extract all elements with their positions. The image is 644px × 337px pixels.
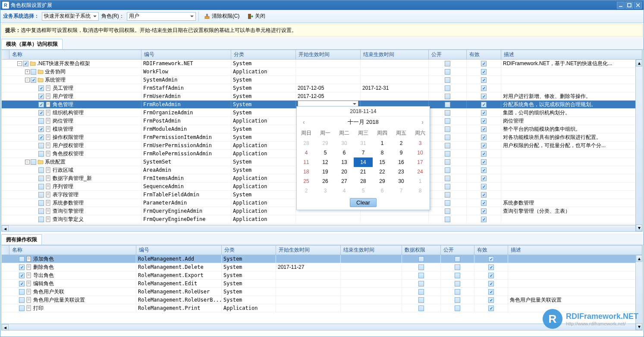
checkbox[interactable] <box>445 77 450 83</box>
col2-end[interactable]: 结束生效时间 <box>341 246 402 255</box>
cell-end[interactable] <box>341 288 402 296</box>
calendar-day[interactable]: 26 <box>316 176 335 186</box>
checkbox[interactable] <box>445 200 450 206</box>
calendar-day[interactable]: 24 <box>411 167 430 176</box>
checkbox[interactable] <box>481 110 487 116</box>
checkbox[interactable] <box>38 167 44 173</box>
checkbox[interactable] <box>481 69 487 75</box>
checkbox[interactable] <box>19 297 25 303</box>
table-row[interactable]: −系统管理 SystemAdmin System <box>2 76 642 84</box>
calendar-day[interactable]: 7 <box>392 186 411 195</box>
checkbox[interactable] <box>38 85 44 91</box>
cell-end[interactable] <box>341 280 402 287</box>
maximize-button[interactable] <box>625 2 633 9</box>
checkbox[interactable] <box>445 110 450 116</box>
checkbox[interactable] <box>481 135 487 140</box>
checkbox[interactable] <box>481 151 487 157</box>
calendar-day[interactable]: 20 <box>335 167 354 176</box>
calendar-day[interactable]: 29 <box>373 176 392 186</box>
col2-start[interactable]: 开始生效时间 <box>276 246 341 255</box>
table-row[interactable]: 删除角色 RoleManagement.Delete System 2017-1… <box>2 263 642 271</box>
checkbox[interactable] <box>481 85 487 91</box>
checkbox[interactable] <box>455 273 460 278</box>
checkbox[interactable] <box>38 184 44 189</box>
checkbox[interactable] <box>445 135 450 140</box>
calendar-day[interactable]: 9 <box>392 148 411 157</box>
col2-desc[interactable]: 描述 <box>508 246 642 255</box>
calendar-day[interactable]: 23 <box>392 167 411 176</box>
checkbox[interactable] <box>488 297 494 303</box>
checkbox[interactable] <box>488 256 494 262</box>
calendar-day[interactable]: 28 <box>297 139 316 148</box>
cell-end[interactable] <box>361 92 429 100</box>
calendar-day[interactable]: 8 <box>373 148 392 157</box>
checkbox[interactable] <box>38 143 44 148</box>
scroll-up-button[interactable]: ▴ <box>636 60 642 66</box>
checkbox[interactable] <box>445 159 450 165</box>
system-combo[interactable]: 快速开发框架子系统 <box>42 12 99 21</box>
cell-start[interactable] <box>296 68 361 76</box>
checkbox[interactable] <box>445 102 450 107</box>
checkbox[interactable] <box>445 192 450 198</box>
operation-permission-tab[interactable]: 拥有操作权限 <box>1 234 42 245</box>
close-panel-button[interactable]: 关闭 <box>245 12 268 21</box>
calendar-day[interactable]: 7 <box>354 148 373 157</box>
checkbox[interactable] <box>418 281 424 287</box>
checkbox[interactable] <box>445 151 450 157</box>
calendar-day[interactable]: 15 <box>373 157 392 167</box>
cell-start[interactable]: 2017-11-27 <box>276 263 341 271</box>
cell-start[interactable] <box>276 304 341 312</box>
cell-end[interactable] <box>361 60 429 67</box>
checkbox[interactable] <box>418 265 424 270</box>
col2-code[interactable]: 编号 <box>136 246 222 255</box>
checkbox[interactable] <box>38 94 44 99</box>
table-row[interactable]: −.NET快速开发整合框架 RDIFramework.NET System RD… <box>2 60 642 68</box>
checkbox[interactable] <box>38 110 44 116</box>
scroll-down-button[interactable]: ▾ <box>636 224 642 231</box>
scroll-left-button[interactable]: ◂ <box>2 324 9 331</box>
checkbox[interactable] <box>38 151 44 157</box>
col-name[interactable]: 名称 <box>9 50 141 59</box>
cell-start[interactable] <box>296 60 361 67</box>
checkbox[interactable] <box>19 265 25 270</box>
cell-end[interactable] <box>361 76 429 84</box>
clear-permission-button[interactable]: 清除权限(C) <box>201 12 242 21</box>
checkbox[interactable] <box>455 297 460 303</box>
tree-expander[interactable]: − <box>25 78 30 82</box>
checkbox[interactable] <box>445 69 450 75</box>
checkbox[interactable] <box>418 273 424 278</box>
checkbox[interactable] <box>19 306 25 311</box>
checkbox[interactable] <box>31 69 36 75</box>
checkbox[interactable] <box>445 118 450 124</box>
calendar-day[interactable]: 6 <box>335 148 354 157</box>
checkbox[interactable] <box>31 159 36 165</box>
table-row[interactable]: 用户管理 FrmUserAdmin System 2017-12-05 对用户进… <box>2 92 642 101</box>
cell-start[interactable]: 2017-12-05 <box>296 84 361 92</box>
next-month-button[interactable]: › <box>419 119 426 126</box>
checkbox[interactable] <box>38 208 44 214</box>
scroll-left-button[interactable]: ◂ <box>2 225 9 232</box>
checkbox[interactable] <box>455 256 460 262</box>
checkbox[interactable] <box>481 159 487 165</box>
calendar-day[interactable]: 2 <box>392 139 411 148</box>
tree-expander[interactable]: + <box>25 69 30 74</box>
table-row[interactable]: 导出角色 RoleManagement.Export System <box>2 271 642 280</box>
calendar-day[interactable]: 5 <box>354 186 373 195</box>
role-combo[interactable]: 用户 <box>127 12 196 21</box>
datepicker-month-label[interactable]: 十一月 2018 <box>348 118 379 126</box>
cell-end[interactable] <box>361 215 429 223</box>
checkbox[interactable] <box>481 176 487 181</box>
calendar-day[interactable]: 11 <box>297 157 316 167</box>
checkbox[interactable] <box>488 265 494 270</box>
table-row[interactable]: 查询引擎定义 FrmQueryEngineDefine Application <box>2 215 642 224</box>
tree-expander[interactable]: − <box>17 61 22 66</box>
cell-start[interactable] <box>276 296 341 304</box>
checkbox[interactable] <box>481 126 487 132</box>
close-button[interactable] <box>634 2 642 9</box>
col2-valid[interactable]: 有效 <box>474 246 508 255</box>
checkbox[interactable] <box>445 167 450 173</box>
checkbox[interactable] <box>481 192 487 198</box>
checkbox[interactable] <box>481 167 487 173</box>
checkbox[interactable] <box>488 281 494 287</box>
checkbox[interactable] <box>445 85 450 91</box>
